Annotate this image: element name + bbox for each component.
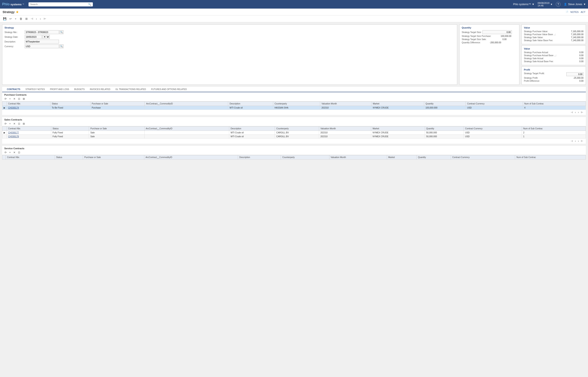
- act-button[interactable]: ACT: [581, 11, 585, 13]
- value-row: Strategy Purchase Value Base ...:7,165,0…: [524, 33, 584, 35]
- user-name: Steve Jones: [568, 3, 582, 6]
- service-fit-button[interactable]: ⊡: [17, 151, 21, 154]
- sales-first-page-button[interactable]: ⊣: [570, 139, 573, 143]
- table-cell: [144, 135, 229, 139]
- currency-label: Currency:: [4, 45, 24, 47]
- purchase-prev-page-button[interactable]: ‹: [574, 111, 576, 114]
- purchase-contracts-title: Purchase Contracts: [2, 92, 586, 96]
- notes-button[interactable]: NOTES: [570, 11, 578, 13]
- col-header: ArcContract__CommodityID: [145, 102, 228, 106]
- sales-fit-button[interactable]: ⊡: [17, 122, 21, 125]
- search-box[interactable]: 🔍: [29, 2, 93, 6]
- date-chevron-icon: ▼: [550, 3, 553, 6]
- table-cell: Purchase: [90, 106, 145, 110]
- save-button[interactable]: 💾: [2, 17, 7, 21]
- currency-input[interactable]: [25, 44, 59, 48]
- profit-row: Profit Difference:0.00: [524, 80, 584, 82]
- tab-strategy-notes[interactable]: STRATEGY NOTES: [23, 87, 47, 92]
- sales-add-button[interactable]: +: [9, 122, 11, 125]
- col-header: ArcContract__CommodityID: [144, 127, 229, 131]
- table-row[interactable]: ▶CHO00177Fully FixedSaleWTI Crude oilCAR…: [2, 131, 586, 135]
- col-header: Counterparty: [275, 127, 319, 131]
- favorite-star-icon[interactable]: ★: [16, 10, 19, 14]
- qty-diff-value: -200,000.00: [482, 41, 501, 44]
- tab-budgets[interactable]: BUDGETS: [72, 87, 87, 92]
- last-record-button[interactable]: ⊢: [43, 17, 47, 21]
- table-row[interactable]: ▶CHO00174To Be FixedPurchaseWTI Crude oi…: [2, 106, 586, 110]
- table-cell: WTI Crude oil: [229, 135, 275, 139]
- description-input[interactable]: [25, 40, 59, 44]
- qty-diff-label: Quantity Difference:: [462, 41, 481, 44]
- profit-rows: Strategy Target Profit:Strategy Profit:-…: [524, 72, 584, 82]
- table-row[interactable]: CHO00178Fully FixedSaleWTI Crude oilCARG…: [2, 135, 586, 139]
- value-row: Strategy Sale Actual Base Fee:0.00: [524, 60, 584, 63]
- prev-record-button[interactable]: ‹: [35, 17, 38, 21]
- table-cell: 100,000.000: [424, 106, 466, 110]
- next-record-button[interactable]: ›: [39, 17, 42, 21]
- sales-delete-button[interactable]: ✕: [13, 122, 16, 125]
- sales-last-page-button[interactable]: ⊢: [580, 139, 584, 143]
- purchase-export-button[interactable]: ⊞: [22, 97, 25, 101]
- value-rows-2: Strategy Purchase Actual:0.00Strategy Pu…: [524, 51, 584, 63]
- sales-prev-page-button[interactable]: ‹: [574, 139, 576, 143]
- purchase-next-page-button[interactable]: ›: [577, 111, 579, 114]
- col-header: Quantity: [417, 155, 451, 160]
- delete-button[interactable]: 🗑: [19, 17, 23, 21]
- value-row: Strategy Purchase Actual Base ...:0.00: [524, 54, 584, 57]
- col-header: Counterparty: [273, 102, 320, 106]
- sales-refresh-button[interactable]: ⟳: [4, 122, 7, 125]
- strategy-nbr-search-button[interactable]: 🔍: [59, 30, 63, 34]
- page-actions: 📄 NOTES ACT: [566, 11, 585, 13]
- copy-button[interactable]: ⊞: [24, 17, 29, 21]
- profit-target-input[interactable]: [566, 72, 584, 76]
- quantity-section: Quantity Strategy Target Size: Strategy …: [459, 24, 519, 85]
- purchase-last-page-button[interactable]: ⊢: [580, 111, 584, 114]
- purchase-fit-button[interactable]: ⊡: [17, 97, 21, 101]
- tab-gl-transactions-related[interactable]: GL TRANSACTIONS RELATED: [113, 87, 149, 92]
- target-size-field: Strategy Target Size:: [462, 30, 517, 34]
- strategy-date-input[interactable]: [25, 35, 42, 39]
- add-button[interactable]: +: [14, 17, 17, 21]
- service-delete-button[interactable]: ✕: [13, 151, 16, 154]
- sales-contracts-section: Sales Contracts ⟳ + ✕ ⊡ ⊞ Contract Nbr.S…: [2, 117, 586, 144]
- strategy-nbr-input[interactable]: [25, 30, 59, 34]
- first-record-button[interactable]: ⊣: [30, 17, 34, 21]
- service-add-button[interactable]: +: [9, 151, 11, 154]
- contract-link[interactable]: CHO00174: [8, 106, 19, 109]
- strategy-date-field: Strategy Date: ▼: [4, 35, 455, 39]
- contract-link[interactable]: CHO00178: [8, 135, 19, 138]
- search-icon: 🔍: [88, 3, 91, 6]
- sales-next-page-button[interactable]: ›: [577, 139, 579, 143]
- table-cell[interactable]: CHO00177: [7, 131, 51, 135]
- col-header: Contract Currency: [451, 155, 515, 160]
- user-menu[interactable]: 👤 Steve Jones ▼: [564, 3, 586, 6]
- purchase-delete-button[interactable]: ✕: [13, 97, 16, 101]
- service-contracts-toolbar: ⟳ + ✕ ⊡: [2, 150, 586, 155]
- nav-date[interactable]: 09/08/2019 14:46 ▼: [538, 2, 553, 7]
- col-header: Counterparty: [281, 155, 329, 160]
- search-input[interactable]: [30, 3, 88, 6]
- purchase-refresh-button[interactable]: ⟳: [4, 97, 7, 101]
- profit-row: Strategy Target Profit:: [524, 72, 584, 76]
- service-refresh-button[interactable]: ⟳: [4, 151, 7, 154]
- undo-button[interactable]: ↩: [9, 17, 13, 21]
- help-button[interactable]: ?: [556, 2, 561, 7]
- value-label: Strategy Purchase Value:: [524, 30, 548, 33]
- currency-search-button[interactable]: 🔍: [59, 44, 63, 48]
- contract-link[interactable]: CHO00177: [8, 131, 19, 134]
- sales-export-button[interactable]: ⊞: [22, 122, 25, 125]
- col-header: Valuation Month: [329, 155, 387, 160]
- purchase-add-button[interactable]: +: [9, 97, 11, 101]
- tab-contracts[interactable]: CONTRACTS: [4, 87, 23, 92]
- table-cell[interactable]: CHO00174: [7, 106, 50, 110]
- tab-profit-and-loss[interactable]: PROFIT AND LOSS: [47, 87, 72, 92]
- tab-futures-and-options-related[interactable]: FUTURES AND OPTIONS RELATED: [149, 87, 189, 92]
- tab-invoices-related[interactable]: INVOICES RELATED: [87, 87, 113, 92]
- nav-company[interactable]: Phlo systems™ ▼: [513, 3, 534, 6]
- profit-label: Strategy Profit:: [524, 77, 538, 79]
- user-icon: 👤: [564, 3, 567, 6]
- strategy-date-dropdown[interactable]: ▼: [42, 35, 50, 39]
- table-cell[interactable]: CHO00178: [7, 135, 51, 139]
- purchase-first-page-button[interactable]: ⊣: [570, 111, 573, 114]
- target-size-input[interactable]: [482, 30, 512, 34]
